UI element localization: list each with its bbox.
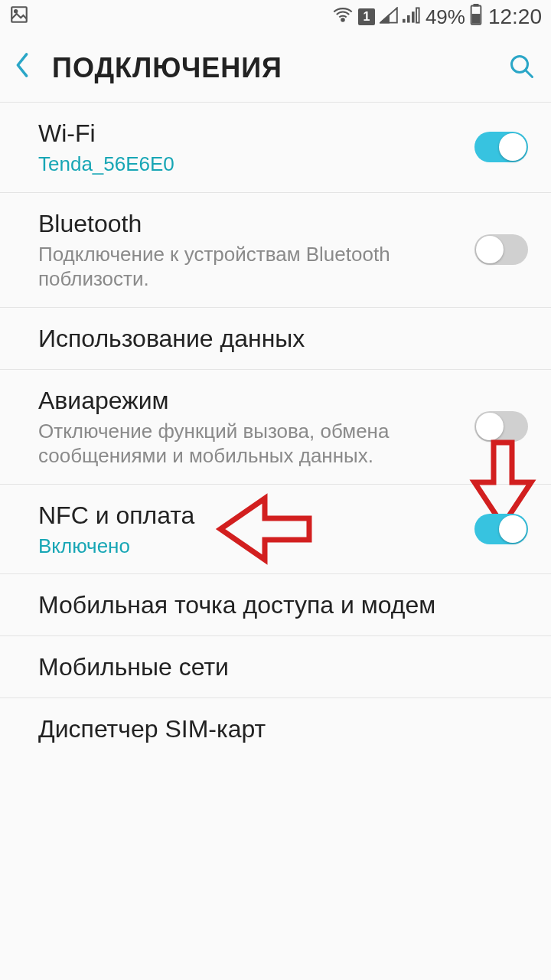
row-subtitle: Подключение к устройствам Bluetooth побл… [38, 242, 474, 292]
header: ПОДКЛЮЧЕНИЯ [0, 34, 551, 103]
row-text: Диспетчер SIM-карт [38, 714, 528, 744]
back-icon[interactable] [14, 52, 31, 84]
settings-list: Wi-Fi Tenda_56E6E0 Bluetooth Подключение… [0, 103, 551, 760]
row-text: Bluetooth Подключение к устройствам Blue… [38, 208, 474, 292]
svg-rect-4 [407, 15, 410, 23]
row-bluetooth[interactable]: Bluetooth Подключение к устройствам Blue… [0, 193, 551, 308]
row-title: Авиарежим [38, 385, 474, 416]
status-left [9, 5, 29, 30]
toggle-wifi[interactable] [474, 132, 528, 162]
wifi-icon [332, 5, 354, 29]
svg-rect-0 [11, 7, 27, 22]
row-text: NFC и оплата Включено [38, 500, 474, 559]
row-mobile-networks[interactable]: Мобильные сети [0, 636, 551, 698]
row-title: Диспетчер SIM-карт [38, 714, 528, 744]
toggle-airplane[interactable] [474, 411, 528, 442]
row-text: Использование данных [38, 323, 528, 354]
battery-icon [470, 4, 482, 31]
row-title: Мобильные сети [38, 652, 528, 682]
svg-point-1 [15, 10, 17, 12]
row-text: Авиарежим Отключение функций вызова, обм… [38, 385, 474, 469]
row-title: Использование данных [38, 323, 528, 354]
page-title: ПОДКЛЮЧЕНИЯ [52, 52, 487, 84]
picture-icon [9, 5, 29, 30]
svg-rect-3 [403, 18, 406, 22]
row-text: Wi-Fi Tenda_56E6E0 [38, 118, 474, 177]
search-icon[interactable] [508, 53, 536, 83]
toggle-nfc[interactable] [474, 514, 528, 544]
row-hotspot[interactable]: Мобильная точка доступа и модем [0, 574, 551, 636]
row-nfc[interactable]: NFC и оплата Включено [0, 485, 551, 575]
svg-rect-6 [416, 8, 419, 22]
row-title: Мобильная точка доступа и модем [38, 590, 528, 620]
battery-percent: 49% [425, 5, 465, 29]
svg-rect-8 [474, 4, 478, 6]
row-title: Bluetooth [38, 208, 474, 239]
row-subtitle: Отключение функций вызова, обмена сообще… [38, 419, 474, 469]
clock: 12:20 [488, 5, 542, 29]
toggle-bluetooth[interactable] [474, 234, 528, 265]
status-right: 1 49% 12:20 [332, 4, 542, 31]
row-data-usage[interactable]: Использование данных [0, 308, 551, 370]
svg-line-11 [526, 70, 533, 77]
svg-point-2 [341, 18, 344, 21]
row-text: Мобильная точка доступа и модем [38, 590, 528, 620]
row-title: Wi-Fi [38, 118, 474, 149]
row-wifi[interactable]: Wi-Fi Tenda_56E6E0 [0, 103, 551, 193]
sim-icon: 1 [358, 8, 375, 25]
row-text: Мобильные сети [38, 652, 528, 682]
svg-rect-5 [412, 11, 415, 22]
row-subtitle: Tenda_56E6E0 [38, 152, 474, 177]
signal1-icon [380, 5, 398, 29]
svg-rect-9 [472, 15, 479, 23]
status-bar: 1 49% 12:20 [0, 0, 551, 34]
row-title: NFC и оплата [38, 500, 474, 531]
signal2-icon [403, 5, 421, 29]
row-sim-manager[interactable]: Диспетчер SIM-карт [0, 698, 551, 760]
row-airplane[interactable]: Авиарежим Отключение функций вызова, обм… [0, 370, 551, 485]
row-subtitle: Включено [38, 534, 474, 559]
